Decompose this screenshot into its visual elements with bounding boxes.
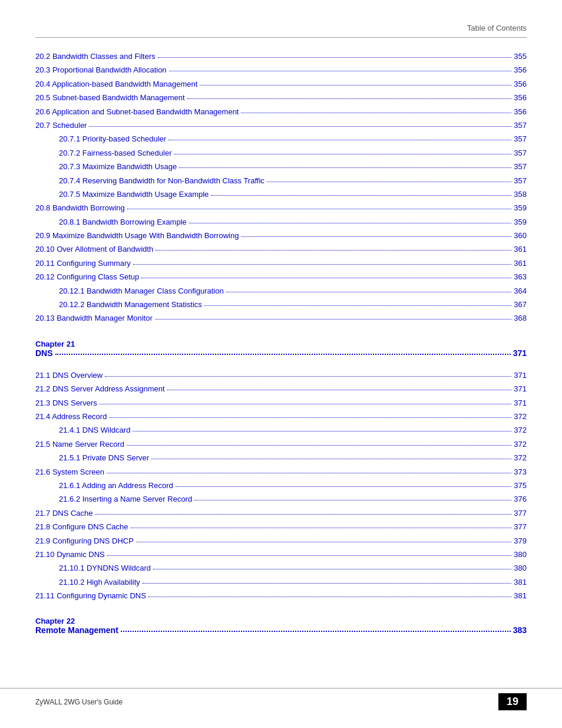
- toc-item[interactable]: 20.12 Configuring Class Setup363: [35, 270, 527, 284]
- toc-item[interactable]: 20.8 Bandwidth Borrowing359: [35, 201, 527, 215]
- header-title: Table of Contents: [467, 24, 527, 32]
- toc-item-text: 20.9 Maximize Bandwidth Usage With Bandw…: [35, 229, 239, 242]
- toc-dots: [105, 376, 511, 377]
- toc-item-text: 20.2 Bandwidth Classes and Filters: [35, 50, 156, 63]
- toc-page-number: 363: [514, 270, 527, 284]
- toc-item-text: 20.7.4 Reserving Bandwidth for Non-Bandw…: [59, 174, 265, 187]
- toc-dots: [267, 182, 512, 182]
- toc-item-text: 20.12.2 Bandwidth Management Statistics: [59, 298, 202, 311]
- page-number: 19: [498, 693, 527, 710]
- toc-page-number: 376: [514, 492, 527, 506]
- toc-page-number: 375: [514, 479, 527, 492]
- toc-page-number: 372: [514, 451, 527, 465]
- toc-page-number: 357: [514, 160, 527, 173]
- toc-item[interactable]: 21.4 Address Record372: [35, 410, 527, 423]
- chapter-title-text: Remote Management: [35, 625, 118, 635]
- toc-dots: [204, 305, 511, 306]
- toc-item[interactable]: 20.2 Bandwidth Classes and Filters355: [35, 50, 527, 63]
- toc-item[interactable]: 21.8 Configure DNS Cache377: [35, 520, 527, 533]
- toc-page-number: 356: [514, 77, 527, 91]
- toc-item[interactable]: 20.11 Configuring Summary361: [35, 256, 527, 270]
- toc-item[interactable]: 21.10.1 DYNDNS Wildcard380: [35, 561, 527, 575]
- toc-dots: [89, 126, 511, 127]
- toc-page-number: 364: [514, 284, 527, 298]
- toc-item[interactable]: 20.5 Subnet-based Bandwidth Management35…: [35, 91, 527, 104]
- toc-item-text: 20.3 Proportional Bandwidth Allocation: [35, 63, 167, 77]
- toc-item[interactable]: 21.3 DNS Servers371: [35, 396, 527, 410]
- footer-book-title: ZyWALL 2WG User's Guide: [35, 698, 123, 706]
- toc-page-number: 377: [514, 520, 527, 533]
- toc-item[interactable]: 20.4 Application-based Bandwidth Managem…: [35, 77, 527, 91]
- toc-page-number: 371: [514, 368, 527, 382]
- toc-page-number: 357: [514, 174, 527, 187]
- toc-item[interactable]: 21.10.2 High Availability381: [35, 575, 527, 589]
- toc-item[interactable]: 21.5 Name Server Record372: [35, 437, 527, 451]
- toc-page-number: 358: [514, 187, 527, 201]
- toc-dots: [168, 140, 511, 140]
- toc-item[interactable]: 20.8.1 Bandwidth Borrowing Example359: [35, 215, 527, 229]
- toc-item[interactable]: 20.6 Application and Subnet-based Bandwi…: [35, 105, 527, 118]
- toc-page-number: 357: [514, 146, 527, 160]
- toc-item[interactable]: 20.7.4 Reserving Bandwidth for Non-Bandw…: [35, 174, 527, 187]
- toc-item[interactable]: 20.7.1 Priority-based Scheduler357: [35, 132, 527, 146]
- toc-dots: [155, 319, 512, 319]
- toc-dots: [141, 278, 511, 278]
- toc-item[interactable]: 20.13 Bandwidth Manager Monitor368: [35, 311, 527, 325]
- toc-item-text: 20.10 Over Allotment of Bandwidth: [35, 242, 153, 256]
- toc-dots: [194, 500, 511, 500]
- toc-item[interactable]: 20.9 Maximize Bandwidth Usage With Bandw…: [35, 229, 527, 242]
- toc-page-number: 361: [514, 242, 527, 256]
- toc-item[interactable]: 21.7 DNS Cache377: [35, 506, 527, 520]
- toc-item[interactable]: 21.6.1 Adding an Address Record375: [35, 479, 527, 492]
- toc-dots: [241, 113, 511, 113]
- toc-item-text: 20.7.5 Maximize Bandwidth Usage Example: [59, 187, 209, 201]
- toc-item-text: 21.6.2 Inserting a Name Server Record: [59, 492, 192, 506]
- toc-item-text: 21.4.1 DNS Wildcard: [59, 423, 130, 437]
- toc-page-number: 355: [514, 50, 527, 63]
- toc-item[interactable]: 21.1 DNS Overview371: [35, 368, 527, 382]
- toc-page-number: 372: [514, 437, 527, 451]
- toc-item-text: 20.12.1 Bandwidth Manager Class Configur…: [59, 284, 224, 298]
- toc-item[interactable]: 21.11 Configuring Dynamic DNS381: [35, 589, 527, 602]
- toc-dots: [100, 404, 512, 404]
- toc-item-text: 20.6 Application and Subnet-based Bandwi…: [35, 105, 239, 118]
- toc-item[interactable]: 21.6.2 Inserting a Name Server Record376: [35, 492, 527, 506]
- toc-dots: [211, 195, 511, 196]
- toc-item[interactable]: 20.12.2 Bandwidth Management Statistics3…: [35, 298, 527, 311]
- toc-item-text: 21.10.1 DYNDNS Wildcard: [59, 561, 151, 575]
- toc-item-text: 20.7.3 Maximize Bandwidth Usage: [59, 160, 177, 173]
- toc-item-text: 21.6.1 Adding an Address Record: [59, 479, 173, 492]
- toc-dots: [151, 459, 511, 459]
- toc-item-text: 21.1 DNS Overview: [35, 368, 103, 382]
- toc-dots: [127, 445, 511, 446]
- toc-dots: [226, 292, 512, 292]
- toc-item[interactable]: 21.5.1 Private DNS Server372: [35, 451, 527, 465]
- toc-item-text: 20.11 Configuring Summary: [35, 256, 131, 270]
- toc-item[interactable]: 20.7.3 Maximize Bandwidth Usage357: [35, 160, 527, 173]
- toc-item[interactable]: 21.4.1 DNS Wildcard372: [35, 423, 527, 437]
- toc-page-number: 360: [514, 229, 527, 242]
- toc-item[interactable]: 20.3 Proportional Bandwidth Allocation35…: [35, 63, 527, 77]
- toc-item-text: 20.13 Bandwidth Manager Monitor: [35, 311, 153, 325]
- toc-item[interactable]: 20.7.2 Fairness-based Scheduler357: [35, 146, 527, 160]
- chapter-title-row[interactable]: Remote Management383: [35, 625, 527, 635]
- toc-dots: [169, 71, 512, 71]
- toc-page-number: 367: [514, 298, 527, 311]
- toc-dots: [109, 417, 511, 418]
- toc-dots: [107, 555, 512, 556]
- toc-item[interactable]: 20.7.5 Maximize Bandwidth Usage Example3…: [35, 187, 527, 201]
- toc-item[interactable]: 20.7 Scheduler357: [35, 118, 527, 132]
- toc-item[interactable]: 20.12.1 Bandwidth Manager Class Configur…: [35, 284, 527, 298]
- toc-page-number: 379: [514, 534, 527, 548]
- toc-page-number: 371: [514, 382, 527, 396]
- toc-item[interactable]: 21.10 Dynamic DNS380: [35, 548, 527, 561]
- toc-item[interactable]: 21.9 Configuring DNS DHCP379: [35, 534, 527, 548]
- toc-item[interactable]: 21.2 DNS Server Address Assignment371: [35, 382, 527, 396]
- toc-page-number: 361: [514, 256, 527, 270]
- toc-item-text: 21.4 Address Record: [35, 410, 107, 423]
- chapter-title-row[interactable]: DNS371: [35, 348, 527, 358]
- toc-dots: [156, 250, 511, 251]
- toc-item[interactable]: 20.10 Over Allotment of Bandwidth361: [35, 242, 527, 256]
- toc-dots: [176, 486, 512, 487]
- toc-item[interactable]: 21.6 System Screen373: [35, 465, 527, 479]
